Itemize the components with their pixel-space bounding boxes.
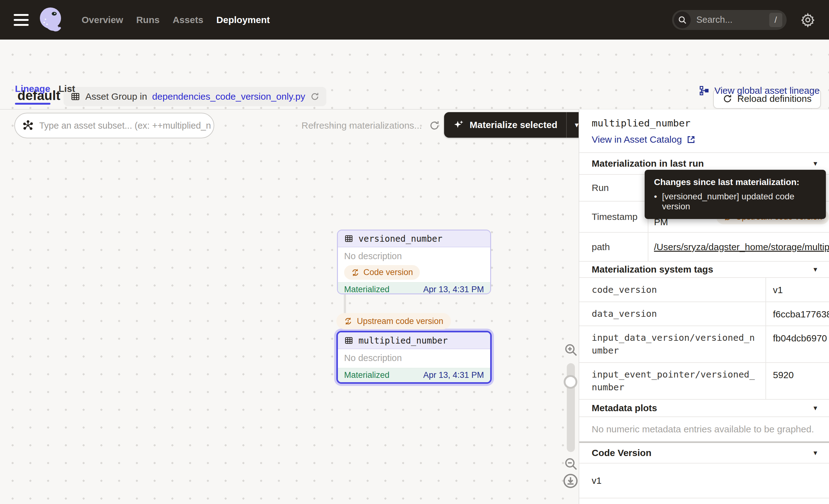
materialize-selected-label: Materialize selected [470, 120, 557, 130]
view-in-asset-catalog-link[interactable]: View in Asset Catalog [592, 134, 696, 145]
download-image-button[interactable] [563, 473, 579, 489]
nav-link-deployment[interactable]: Deployment [216, 15, 270, 25]
nav-link-assets[interactable]: Assets [173, 15, 203, 25]
tag-value: v1 [766, 278, 829, 301]
tag-value: 5920 [766, 363, 829, 399]
tab-lineage[interactable]: Lineage [15, 83, 50, 94]
page-header: default Asset Group in dependencies_code… [0, 40, 829, 78]
top-nav: Overview Runs Assets Deployment Search..… [0, 0, 829, 40]
nav-link-overview[interactable]: Overview [82, 15, 123, 25]
section-materialization-system-tags[interactable]: Materialization system tags ▼ [579, 261, 829, 277]
external-link-icon [686, 135, 696, 144]
node-footer: Materialized Apr 13, 4:31 PM [338, 368, 490, 382]
row-label: Run [579, 175, 648, 201]
dagster-logo-icon[interactable] [37, 6, 65, 34]
section-title: Config [592, 503, 621, 504]
materialized-timestamp-link[interactable]: Apr 13, 4:31 PM [423, 285, 484, 294]
node-title: versioned_number [358, 233, 442, 244]
changed-code-icon [344, 317, 353, 325]
view-global-asset-lineage-label: View global asset lineage [714, 85, 820, 96]
path-link[interactable]: /Users/sryza/dagster_home/storage/multip [654, 242, 829, 252]
section-title: Metadata plots [592, 403, 657, 413]
node-description: No description [344, 251, 484, 261]
sparkle-icon [453, 119, 465, 131]
panel-asset-title: multiplied_number [592, 117, 829, 129]
refreshing-status: Refreshing materializations... [301, 113, 440, 138]
section-metadata-plots[interactable]: Metadata plots ▼ [579, 399, 829, 417]
tooltip-text: [versioned_number] updated code version [662, 191, 817, 212]
section-title: Code Version [592, 447, 651, 458]
changes-tooltip: Changes since last materialization: • [v… [645, 170, 826, 219]
section-title: Materialization system tags [592, 264, 713, 275]
asset-subset-input[interactable] [39, 120, 211, 131]
table-row-input-data-version: input_data_version/versioned_number fb04… [579, 325, 829, 362]
zoom-in-button[interactable] [563, 342, 578, 357]
table-row-data-version: data_version f6ccba177638 [579, 301, 829, 325]
zoom-slider-handle[interactable] [564, 375, 577, 389]
code-version-tag: Code version [344, 265, 420, 280]
tag-key: data_version [579, 302, 766, 325]
node-header: versioned_number [338, 230, 490, 247]
tag-key: input_event_pointer/versioned_number [579, 363, 766, 399]
chevron-down-icon: ▼ [812, 160, 819, 167]
table-row-code-version: code_version v1 [579, 277, 829, 301]
refreshing-label: Refreshing materializations... [301, 120, 422, 131]
view-in-asset-catalog-label: View in Asset Catalog [592, 134, 682, 145]
nav-link-runs[interactable]: Runs [136, 15, 159, 25]
chevron-down-icon: ▼ [812, 405, 819, 412]
asset-detail-panel: multiplied_number View in Asset Catalog … [579, 109, 829, 504]
code-version-tag-label: Code version [363, 267, 413, 277]
upstream-code-version-tag: Upstream code version [336, 313, 451, 329]
settings-gear-icon[interactable] [800, 12, 815, 27]
zoom-out-button[interactable] [563, 456, 578, 471]
nav-links: Overview Runs Assets Deployment [82, 15, 270, 25]
view-global-asset-lineage-link[interactable]: View global asset lineage [699, 85, 820, 96]
node-footer: Materialized Apr 13, 4:31 PM [338, 282, 490, 294]
row-label: path [579, 233, 648, 261]
changed-code-icon [351, 268, 360, 277]
section-code-version[interactable]: Code Version ▼ [579, 443, 829, 463]
section-title: Materialization in last run [592, 158, 704, 169]
search-input[interactable]: Search... / [672, 10, 787, 30]
search-placeholder: Search... [696, 15, 769, 25]
search-shortcut-badge: / [769, 13, 782, 27]
tooltip-title: Changes since last materialization: [654, 177, 817, 187]
chevron-down-icon: ▼ [812, 449, 819, 457]
row-label: Timestamp [579, 202, 648, 232]
upstream-code-version-label: Upstream code version [357, 317, 443, 326]
asset-subset-filter [14, 113, 214, 138]
table-grid-icon [344, 234, 354, 243]
table-row-path: path /Users/sryza/dagster_home/storage/m… [579, 232, 829, 261]
asset-node-versioned-number[interactable]: versioned_number No description Code ver… [337, 229, 491, 294]
tag-value: fb04dcb6970 [766, 326, 829, 362]
tag-key: input_data_version/versioned_number [579, 326, 766, 362]
tag-key: code_version [579, 278, 766, 301]
menu-icon[interactable] [14, 14, 29, 26]
tooltip-bullet: • [654, 191, 657, 212]
node-description: No description [344, 353, 484, 363]
asset-graph-filter-icon [23, 120, 34, 131]
materialize-selected-button[interactable]: Materialize selected [444, 112, 566, 138]
section-config[interactable]: Config [579, 498, 829, 504]
table-grid-icon [344, 336, 354, 345]
code-version-value: v1 [579, 463, 829, 498]
materialized-status: Materialized [344, 285, 390, 294]
node-title: multiplied_number [358, 335, 448, 346]
materialize-split-button: Materialize selected ▾ [444, 112, 587, 138]
chevron-down-icon: ▼ [812, 266, 819, 273]
table-row-input-event-pointer: input_event_pointer/versioned_number 592… [579, 362, 829, 399]
asset-node-multiplied-number[interactable]: multiplied_number No description Materia… [336, 331, 492, 384]
active-tab-underline [15, 103, 50, 105]
refreshing-spinner-icon [429, 120, 440, 131]
tabs-row: Lineage List View global asset lineage [0, 78, 829, 110]
materialized-status: Materialized [344, 370, 390, 380]
materialized-timestamp-link[interactable]: Apr 13, 4:31 PM [423, 370, 484, 380]
node-header: multiplied_number [338, 332, 490, 349]
search-icon [674, 11, 691, 28]
lineage-graph-icon [699, 85, 710, 96]
metadata-plots-empty-message: No numeric metadata entries available to… [579, 417, 829, 441]
tag-value: f6ccba177638 [766, 302, 829, 325]
tab-list[interactable]: List [59, 83, 75, 94]
